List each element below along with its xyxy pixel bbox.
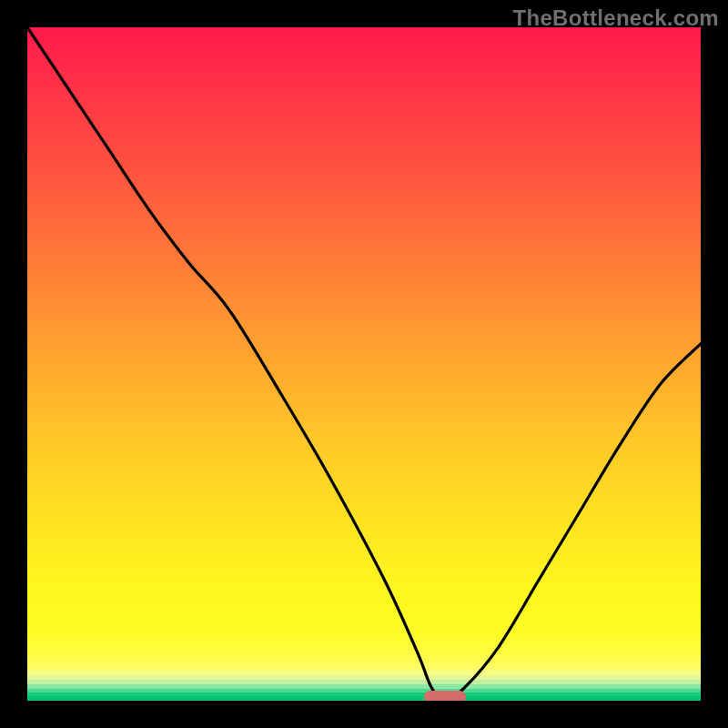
- optimal-marker: [424, 691, 466, 701]
- watermark-text: TheBottleneck.com: [513, 5, 719, 31]
- plot-area: [27, 27, 701, 701]
- chart-frame: TheBottleneck.com: [0, 0, 728, 728]
- bottleneck-curve: [27, 27, 701, 701]
